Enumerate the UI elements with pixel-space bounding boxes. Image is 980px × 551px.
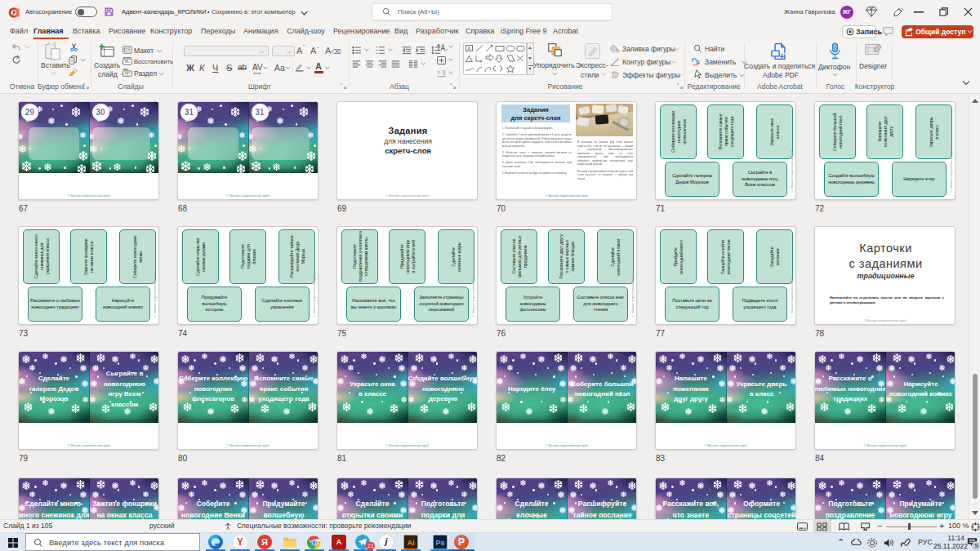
svg-text:A: A [467, 46, 471, 51]
